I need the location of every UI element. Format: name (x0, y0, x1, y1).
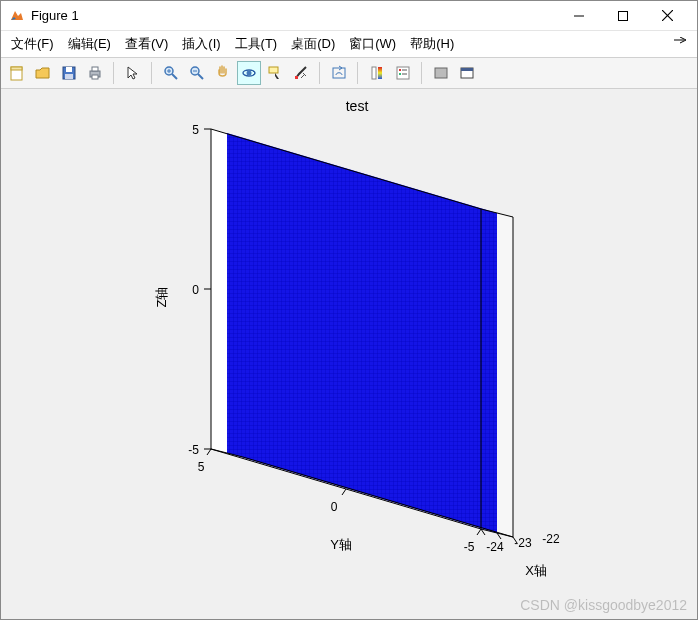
figure-window: Figure 1 文件(F) 编辑(E) 查看(V) 插入(I) 工具(T) 桌… (0, 0, 698, 620)
pan-icon (215, 65, 231, 81)
axes-3d: test (1, 89, 697, 619)
menu-insert[interactable]: 插入(I) (182, 35, 220, 53)
svg-line-44 (207, 449, 211, 455)
save-button[interactable] (57, 61, 81, 85)
data-cursor-button[interactable] (263, 61, 287, 85)
minimize-icon (574, 11, 584, 21)
separator (151, 62, 153, 84)
menu-tools[interactable]: 工具(T) (235, 35, 278, 53)
x-label: X轴 (525, 563, 547, 578)
menu-file[interactable]: 文件(F) (11, 35, 54, 53)
titlebar: Figure 1 (1, 1, 697, 31)
svg-rect-33 (461, 68, 473, 71)
menu-help[interactable]: 帮助(H) (410, 35, 454, 53)
window-title: Figure 1 (31, 8, 557, 23)
svg-rect-11 (92, 75, 98, 79)
matlab-icon (9, 8, 25, 24)
separator (113, 62, 115, 84)
svg-rect-28 (399, 73, 401, 75)
svg-rect-8 (65, 74, 73, 79)
svg-text:-22: -22 (542, 532, 560, 546)
new-figure-icon (9, 65, 25, 81)
save-icon (61, 65, 77, 81)
zoom-out-icon (189, 65, 205, 81)
x-ticks: -24 -23 -22 (481, 529, 560, 554)
svg-text:-5: -5 (188, 443, 199, 457)
svg-rect-24 (372, 67, 376, 79)
hide-tools-button[interactable] (429, 61, 453, 85)
svg-rect-7 (66, 67, 72, 72)
new-figure-button[interactable] (5, 61, 29, 85)
svg-rect-27 (399, 69, 401, 71)
menu-desktop[interactable]: 桌面(D) (291, 35, 335, 53)
pointer-button[interactable] (121, 61, 145, 85)
svg-rect-26 (397, 67, 409, 79)
link-button[interactable] (327, 61, 351, 85)
svg-line-46 (342, 489, 346, 495)
separator (357, 62, 359, 84)
menu-view[interactable]: 查看(V) (125, 35, 168, 53)
svg-line-13 (172, 74, 177, 79)
menu-edit[interactable]: 编辑(E) (68, 35, 111, 53)
svg-text:0: 0 (192, 283, 199, 297)
svg-text:0: 0 (331, 500, 338, 514)
colorbar-icon (369, 65, 385, 81)
colorbar-button[interactable] (365, 61, 389, 85)
rotate-3d-icon (241, 65, 257, 81)
minimize-button[interactable] (557, 2, 601, 30)
brush-button[interactable] (289, 61, 313, 85)
print-icon (87, 65, 103, 81)
svg-text:-24: -24 (486, 540, 504, 554)
open-button[interactable] (31, 61, 55, 85)
pan-button[interactable] (211, 61, 235, 85)
maximize-icon (618, 11, 628, 21)
svg-text:5: 5 (198, 460, 205, 474)
close-button[interactable] (645, 2, 689, 30)
zoom-out-button[interactable] (185, 61, 209, 85)
svg-point-20 (247, 71, 252, 76)
zoom-in-icon (163, 65, 179, 81)
svg-rect-1 (619, 11, 628, 20)
brush-icon (293, 65, 309, 81)
svg-line-48 (477, 529, 481, 535)
toolbar-overflow-icon[interactable] (673, 37, 687, 51)
pointer-icon (125, 65, 141, 81)
open-icon (35, 65, 51, 81)
svg-rect-10 (92, 67, 98, 71)
legend-button[interactable] (391, 61, 415, 85)
chart-title: test (346, 98, 369, 114)
svg-text:5: 5 (192, 123, 199, 137)
legend-icon (395, 65, 411, 81)
svg-rect-5 (11, 67, 22, 70)
y-label: Y轴 (330, 537, 352, 552)
separator (421, 62, 423, 84)
surface (227, 133, 497, 533)
print-button[interactable] (83, 61, 107, 85)
dock-button[interactable] (455, 61, 479, 85)
close-icon (662, 10, 673, 21)
rotate3d-button[interactable] (237, 61, 261, 85)
svg-marker-37 (227, 133, 497, 533)
svg-rect-25 (378, 67, 382, 79)
svg-rect-31 (435, 68, 447, 78)
maximize-button[interactable] (601, 2, 645, 30)
z-label: Z轴 (154, 287, 169, 308)
svg-text:-5: -5 (464, 540, 475, 554)
axes-area[interactable]: test (1, 89, 697, 619)
toolbar (1, 58, 697, 89)
svg-line-17 (198, 74, 203, 79)
dock-icon (459, 65, 475, 81)
link-icon (331, 65, 347, 81)
svg-rect-22 (295, 76, 298, 79)
data-cursor-icon (267, 65, 283, 81)
z-ticks: 5 0 -5 (188, 123, 211, 457)
svg-rect-21 (269, 67, 278, 73)
menu-window[interactable]: 窗口(W) (349, 35, 396, 53)
zoom-in-button[interactable] (159, 61, 183, 85)
hide-tools-icon (433, 65, 449, 81)
separator (319, 62, 321, 84)
menubar: 文件(F) 编辑(E) 查看(V) 插入(I) 工具(T) 桌面(D) 窗口(W… (1, 31, 697, 58)
